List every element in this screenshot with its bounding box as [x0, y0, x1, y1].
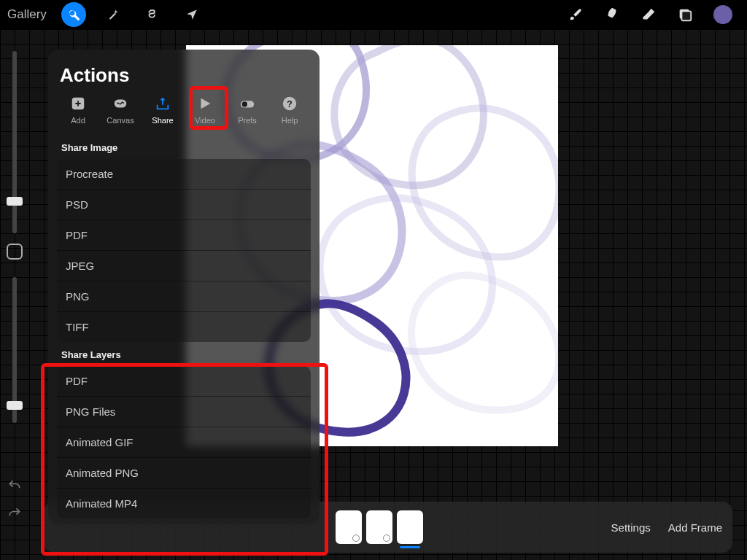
- svg-rect-1: [681, 11, 691, 20]
- redo-icon[interactable]: [7, 506, 22, 524]
- share-layers-animated-gif[interactable]: Animated GIF: [57, 427, 311, 458]
- share-layers-list: PDF PNG Files Animated GIF Animated PNG …: [57, 366, 311, 518]
- popover-title: Actions: [54, 61, 314, 96]
- layers-icon[interactable]: [677, 7, 693, 23]
- share-layers-pdf[interactable]: PDF: [57, 366, 311, 397]
- opacity-slider[interactable]: [12, 277, 17, 423]
- canvas-icon: [110, 96, 131, 112]
- opacity-thumb[interactable]: [7, 401, 23, 410]
- svg-text:?: ?: [287, 98, 293, 109]
- brush-size-thumb[interactable]: [7, 197, 23, 206]
- tab-video[interactable]: Video: [186, 96, 224, 125]
- eraser-icon[interactable]: [640, 7, 657, 23]
- actions-popover: Actions Add Canvas Share Video Prefs ? H…: [48, 50, 320, 524]
- share-option-pdf[interactable]: PDF: [57, 220, 311, 251]
- tab-share[interactable]: Share: [144, 96, 182, 125]
- tab-add[interactable]: Add: [59, 96, 97, 125]
- prefs-toggle-icon: [237, 96, 258, 112]
- share-layers-animated-mp4[interactable]: Animated MP4: [57, 489, 311, 518]
- brush-size-slider[interactable]: [12, 51, 17, 233]
- timeline-frame[interactable]: [336, 510, 362, 544]
- share-option-jpeg[interactable]: JPEG: [57, 251, 311, 281]
- share-option-procreate[interactable]: Procreate: [57, 159, 311, 190]
- tab-canvas[interactable]: Canvas: [101, 96, 139, 125]
- adjustments-wand-icon[interactable]: [101, 2, 125, 27]
- share-layers-animated-png[interactable]: Animated PNG: [57, 458, 311, 489]
- add-icon: [68, 96, 88, 112]
- top-toolbar: Gallery: [0, 0, 747, 29]
- tab-label: Video: [195, 116, 215, 125]
- tab-help[interactable]: ? Help: [271, 96, 309, 125]
- timeline-frames: [336, 510, 423, 544]
- video-play-icon: [195, 96, 215, 112]
- brush-icon[interactable]: [568, 7, 584, 23]
- tab-prefs[interactable]: Prefs: [228, 96, 266, 125]
- smudge-icon[interactable]: [604, 7, 620, 23]
- selection-s-icon[interactable]: [140, 2, 165, 27]
- share-icon: [152, 96, 173, 112]
- share-layers-header: Share Layers: [54, 342, 314, 366]
- modify-button[interactable]: [7, 244, 23, 260]
- share-image-header: Share Image: [54, 135, 314, 159]
- help-question-icon: ?: [279, 96, 300, 112]
- left-sidebar: [0, 44, 29, 560]
- timeline-frame-selected[interactable]: [397, 510, 423, 544]
- share-layers-png-files[interactable]: PNG Files: [57, 397, 311, 427]
- timeline-add-frame-button[interactable]: Add Frame: [668, 521, 722, 534]
- share-option-png[interactable]: PNG: [57, 281, 311, 312]
- timeline-frame[interactable]: [366, 510, 392, 544]
- timeline-settings-button[interactable]: Settings: [611, 521, 651, 534]
- tab-label: Canvas: [107, 116, 133, 125]
- gallery-button[interactable]: Gallery: [7, 7, 47, 22]
- share-option-tiff[interactable]: TIFF: [57, 312, 311, 342]
- tab-label: Share: [152, 116, 173, 125]
- actions-wrench-icon[interactable]: [61, 2, 86, 27]
- share-image-list: Procreate PSD PDF JPEG PNG TIFF: [57, 159, 311, 342]
- transform-arrow-icon[interactable]: [179, 2, 204, 27]
- color-swatch[interactable]: [713, 5, 732, 24]
- undo-icon[interactable]: [7, 478, 22, 496]
- share-option-psd[interactable]: PSD: [57, 190, 311, 220]
- popover-tab-row: Add Canvas Share Video Prefs ? Help: [54, 96, 314, 135]
- tab-label: Prefs: [238, 116, 257, 125]
- tab-label: Add: [71, 116, 85, 125]
- svg-point-6: [242, 101, 247, 106]
- tab-label: Help: [282, 116, 298, 125]
